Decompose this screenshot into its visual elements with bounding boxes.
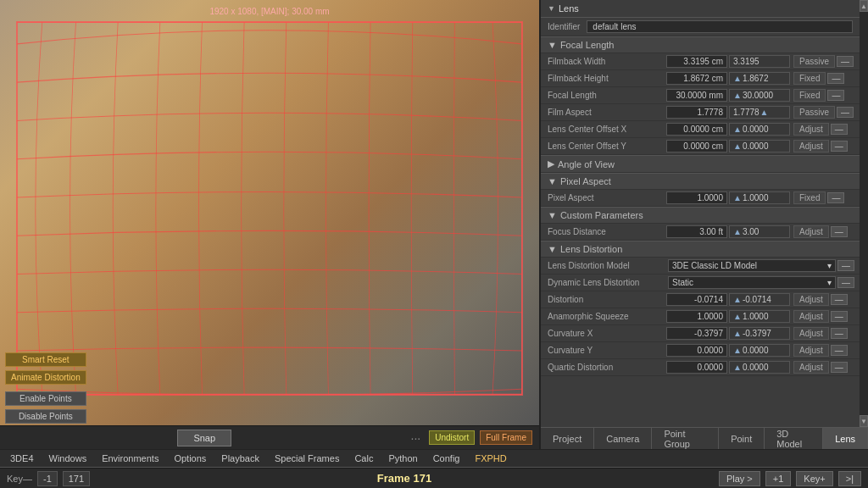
right-scrollbar[interactable]: ▲ ▼ xyxy=(860,0,868,427)
full-frame-button[interactable]: Full Frame xyxy=(480,430,532,445)
film-aspect-val2: 1.7778 ▲ xyxy=(729,106,790,119)
distortion-minus[interactable]: — xyxy=(831,294,848,305)
lens-offset-y-val1: 0.0000 cm xyxy=(666,140,727,152)
play-button[interactable]: Play > xyxy=(719,471,760,486)
menu-calc[interactable]: Calc xyxy=(348,452,380,465)
curvature-y-val1: 0.0000 xyxy=(666,344,727,357)
panel-header: ▼ Lens xyxy=(541,0,860,18)
distortion-label: Distortion xyxy=(548,295,666,304)
lens-offset-y-minus[interactable]: — xyxy=(831,141,848,152)
plus1-button[interactable]: +1 xyxy=(765,471,792,486)
animate-distortion-button[interactable]: Animate Distortion xyxy=(5,370,86,385)
identifier-input[interactable] xyxy=(587,20,853,33)
curvature-y-label: Curvature Y xyxy=(548,346,666,355)
key-label: Key— xyxy=(7,474,32,484)
curvature-x-minus[interactable]: — xyxy=(831,328,848,339)
tab-point[interactable]: Point xyxy=(719,428,765,449)
enable-points-button[interactable]: Enable Points xyxy=(5,391,86,406)
viewport-label: 1920 x 1080, [MAIN]; 30.00 mm xyxy=(209,7,329,16)
viewport-side-buttons: Smart Reset Animate Distortion Enable Po… xyxy=(5,352,86,424)
filmback-height-minus[interactable]: — xyxy=(827,73,844,84)
frame-input[interactable]: 171 xyxy=(63,471,90,486)
anamorphic-squeeze-minus[interactable]: — xyxy=(831,311,848,322)
menu-options[interactable]: Options xyxy=(167,452,213,465)
focal-length-minus[interactable]: — xyxy=(827,90,844,101)
dynamic-lens-minus[interactable]: — xyxy=(837,277,854,288)
filmback-width-minus[interactable]: — xyxy=(837,56,854,67)
curvature-y-mode: Adjust xyxy=(793,344,829,357)
frame-display: Frame 171 xyxy=(377,472,431,485)
end-button[interactable]: >| xyxy=(838,471,861,486)
focal-length-collapse-icon: ▼ xyxy=(548,40,557,50)
right-panel: ▼ Lens Identifier ▼ Focal Length Filmbac… xyxy=(539,0,868,449)
custom-params-icon: ▼ xyxy=(548,210,557,220)
menu-python[interactable]: Python xyxy=(381,452,424,465)
lens-offset-x-mode: Adjust xyxy=(793,123,829,136)
tab-point-group[interactable]: Point Group xyxy=(652,428,719,449)
ellipsis-button[interactable]: ··· xyxy=(408,431,425,445)
status-bar: Key— -1 171 Frame 171 Play > +1 Key+ >| xyxy=(0,468,868,488)
focus-distance-val2: ▲ 3.00 xyxy=(729,225,790,238)
tab-3d-model[interactable]: 3D Model xyxy=(765,428,823,449)
film-aspect-row: Film Aspect 1.7778 1.7778 ▲ Passive — xyxy=(541,104,860,121)
menu-environments[interactable]: Environments xyxy=(95,452,165,465)
lens-offset-y-val2: ▲ 0.0000 xyxy=(729,140,790,152)
filmback-width-row: Filmback Width 3.3195 cm 3.3195 Passive … xyxy=(541,53,860,70)
smart-reset-button[interactable]: Smart Reset xyxy=(5,352,86,367)
lens-distortion-icon: ▼ xyxy=(548,244,557,254)
filmback-height-val1: 1.8672 cm xyxy=(666,72,727,85)
dynamic-lens-dropdown[interactable]: Static ▾ xyxy=(668,276,836,289)
bottom-tabs: Project Camera Point Group Point 3D Mode… xyxy=(541,427,868,449)
menu-bar: 3DE4 Windows Environments Options Playba… xyxy=(0,449,868,468)
menu-fxphd[interactable]: FXPHD xyxy=(468,452,513,465)
lens-distortion-section: ▼ Lens Distortion xyxy=(541,241,860,258)
distortion-mode: Adjust xyxy=(793,293,829,306)
focal-length-row: Focal Length 30.0000 mm ▲ 30.0000 Fixed … xyxy=(541,87,860,104)
lens-offset-y-mode: Adjust xyxy=(793,140,829,152)
custom-params-section: ▼ Custom Parameters xyxy=(541,207,860,224)
dynamic-lens-label: Dynamic Lens Distortion xyxy=(548,278,666,287)
lens-offset-y-label: Lens Center Offset Y xyxy=(548,141,666,151)
lens-distortion-model-arrow: ▾ xyxy=(827,261,832,270)
menu-3de4[interactable]: 3DE4 xyxy=(3,452,41,465)
menu-config[interactable]: Config xyxy=(426,452,467,465)
lens-offset-x-label: Lens Center Offset X xyxy=(548,125,666,134)
scrollbar-down-button[interactable]: ▼ xyxy=(860,415,868,427)
tab-lens[interactable]: Lens xyxy=(823,428,868,449)
focal-length-param-label: Focal Length xyxy=(548,91,666,100)
lens-distortion-model-label: Lens Distortion Model xyxy=(548,261,666,270)
undistort-button[interactable]: Undistort xyxy=(429,430,475,445)
curvature-y-val2: ▲ 0.0000 xyxy=(729,344,790,357)
curvature-y-minus[interactable]: — xyxy=(831,345,848,356)
pixel-aspect-val1: 1.0000 xyxy=(666,191,727,204)
menu-windows[interactable]: Windows xyxy=(42,452,94,465)
film-aspect-val1: 1.7778 xyxy=(666,106,727,119)
identifier-row: Identifier xyxy=(541,18,860,36)
right-panel-scroll[interactable]: ▼ Lens Identifier ▼ Focal Length Filmbac… xyxy=(541,0,860,427)
lens-distortion-model-value: 3DE Classic LD Model xyxy=(672,261,757,270)
lens-distortion-model-minus[interactable]: — xyxy=(837,260,854,271)
film-aspect-minus[interactable]: — xyxy=(837,107,854,118)
menu-playback[interactable]: Playback xyxy=(214,452,266,465)
focus-distance-mode: Adjust xyxy=(793,225,829,238)
menu-special-frames[interactable]: Special Frames xyxy=(268,452,346,465)
lens-distortion-model-dropdown[interactable]: 3DE Classic LD Model ▾ xyxy=(668,259,836,272)
custom-params-label: Custom Parameters xyxy=(560,210,643,220)
quartic-distortion-minus[interactable]: — xyxy=(831,362,848,373)
disable-points-button[interactable]: Disable Points xyxy=(5,409,86,424)
focus-distance-minus[interactable]: — xyxy=(831,226,848,237)
distortion-row: Distortion -0.0714 ▲ -0.0714 Adjust — xyxy=(541,291,860,308)
snap-button[interactable]: Snap xyxy=(177,430,231,446)
angle-of-view-section: ▶ Angle of View xyxy=(541,155,860,173)
pixel-aspect-mode: Fixed xyxy=(793,191,826,204)
keyplus-button[interactable]: Key+ xyxy=(796,471,832,486)
scrollbar-up-button[interactable]: ▲ xyxy=(860,0,868,12)
focal-length-val1: 30.0000 mm xyxy=(666,89,727,102)
pixel-aspect-minus[interactable]: — xyxy=(827,192,844,203)
tab-camera[interactable]: Camera xyxy=(594,428,652,449)
dynamic-lens-arrow: ▾ xyxy=(827,278,832,287)
tab-project[interactable]: Project xyxy=(541,428,594,449)
lens-offset-y-row: Lens Center Offset Y 0.0000 cm ▲ 0.0000 … xyxy=(541,138,860,155)
panel-collapse-icon: ▼ xyxy=(548,4,555,13)
lens-offset-x-minus[interactable]: — xyxy=(831,124,848,135)
